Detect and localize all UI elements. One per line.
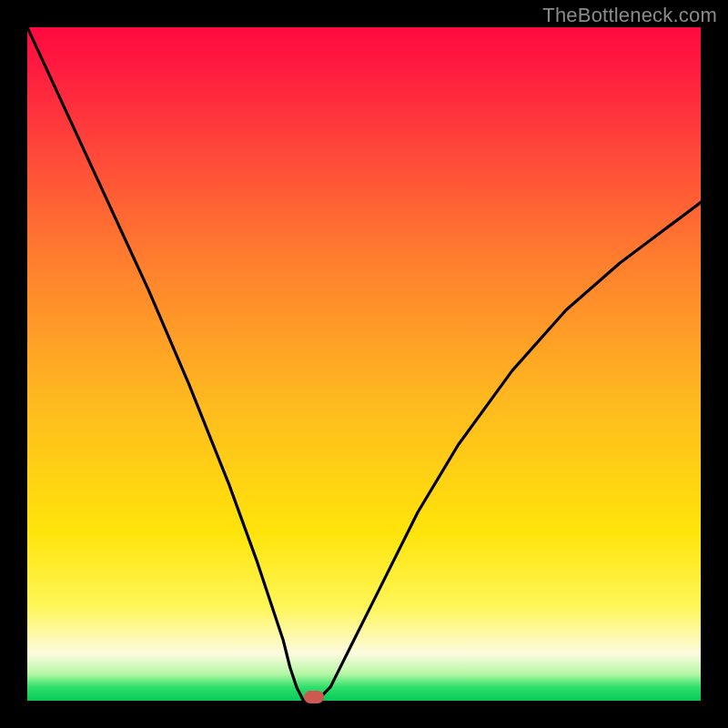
chart-stage: TheBottleneck.com (0, 0, 728, 728)
watermark-text: TheBottleneck.com (542, 4, 717, 27)
plot-area (27, 27, 701, 701)
bottleneck-marker (304, 691, 324, 703)
bottleneck-curve (27, 27, 701, 701)
curve-svg (27, 27, 701, 701)
